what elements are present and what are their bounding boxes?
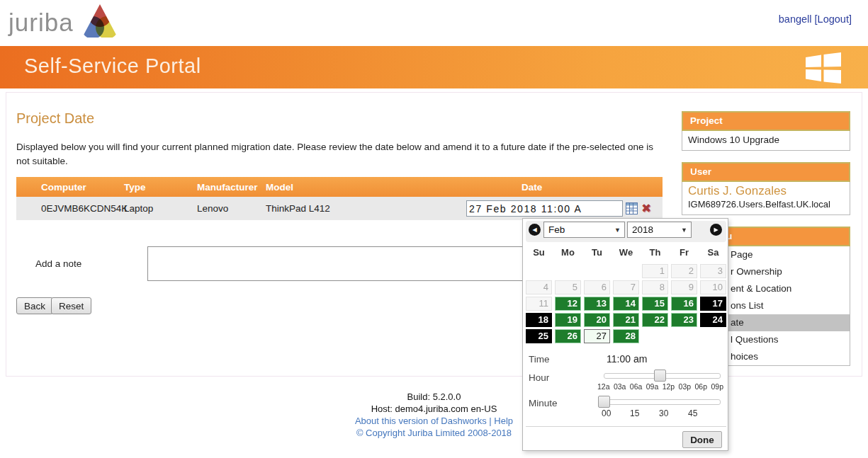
calendar-day-23[interactable]: 23 — [671, 313, 697, 327]
account-area: bangell [Logout] — [779, 13, 852, 25]
calendar-day-13[interactable]: 13 — [584, 297, 610, 311]
weekday-label: We — [613, 247, 639, 258]
footer-separator: | — [489, 416, 491, 426]
hour-tick-label: 09p — [711, 382, 723, 391]
calendar-day-empty — [642, 329, 668, 343]
calendar-day-15[interactable]: 15 — [642, 297, 668, 311]
calendar-day-27[interactable]: 27 — [584, 329, 610, 343]
calendar-day-19[interactable]: 19 — [555, 313, 581, 327]
migration-date-input[interactable] — [466, 200, 623, 217]
minute-tick-label: 30 — [659, 408, 668, 418]
month-select-value: Feb — [548, 224, 565, 235]
calendar-day-28[interactable]: 28 — [613, 329, 639, 343]
page-title: Project Date — [16, 110, 94, 127]
minute-tick-labels: 00153045 — [598, 408, 721, 418]
chevron-down-icon: ▼ — [681, 227, 687, 234]
chevron-down-icon: ▼ — [614, 227, 621, 234]
done-button[interactable]: Done — [682, 431, 722, 448]
calendar-day-empty — [584, 264, 610, 278]
page-description: Displayed below you will find your curre… — [16, 140, 663, 168]
juriba-logo-text: juriba — [9, 8, 74, 37]
portal-banner: Self-Service Portal — [0, 46, 868, 88]
calendar-day-7: 7 — [613, 280, 639, 294]
calendar-week-row: 123 — [526, 264, 726, 280]
col-manufacturer: Manufacturer — [197, 182, 266, 193]
calendar-day-18: 18 — [526, 313, 552, 327]
windows-logo-icon — [806, 52, 841, 86]
portal-banner-title: Self-Service Portal — [24, 55, 201, 78]
col-date: Date — [466, 182, 663, 193]
calendar-day-8: 8 — [642, 280, 668, 294]
calendar-day-3: 3 — [700, 264, 726, 278]
about-version-link[interactable]: About this version of Dashworks — [355, 416, 487, 426]
manufacturer-cell: Lenovo — [197, 203, 266, 214]
project-panel-header: Project — [682, 111, 850, 131]
hour-tick-label: 03p — [679, 382, 692, 391]
calendar-day-empty — [526, 264, 552, 278]
weekday-row: Su Mo Tu We Th Fr Sa — [526, 247, 726, 258]
calendar-day-12[interactable]: 12 — [555, 297, 581, 311]
calendar-grid: 1234567891011121314151617181920212223242… — [526, 264, 726, 345]
hour-slider-handle[interactable] — [654, 370, 666, 382]
type-cell: Laptop — [124, 203, 197, 214]
logout-link[interactable]: [Logout] — [815, 13, 852, 25]
calendar-icon[interactable] — [626, 202, 638, 214]
user-display-name: Curtis J. Gonzales — [682, 182, 850, 198]
calendar-week-row: 45678910 — [526, 280, 726, 297]
calendar-day-22[interactable]: 22 — [642, 313, 668, 327]
calendar-day-9: 9 — [671, 280, 697, 294]
calendar-day-26[interactable]: 26 — [555, 329, 581, 343]
year-select[interactable]: 2018 ▼ — [627, 222, 692, 238]
calendar-day-24: 24 — [700, 313, 726, 327]
weekday-label: Mo — [555, 247, 581, 258]
time-label: Time — [529, 354, 550, 365]
calendar-day-14[interactable]: 14 — [613, 297, 639, 311]
calendar-day-16[interactable]: 16 — [671, 297, 697, 311]
minute-tick-label: 15 — [630, 408, 639, 418]
calendar-day-21[interactable]: 21 — [613, 313, 639, 327]
calendar-day-empty — [700, 329, 726, 343]
model-cell: ThinkPad L412 — [266, 203, 466, 214]
minute-slider-track[interactable] — [598, 399, 721, 405]
col-model: Model — [266, 182, 466, 193]
calendar-day-20[interactable]: 20 — [584, 313, 610, 327]
calendar-week-row: 11121314151617 — [526, 297, 726, 313]
calendar-day-11: 11 — [526, 297, 552, 311]
hour-tick-label: 09a — [646, 382, 659, 391]
project-panel-value: Windows 10 Upgrade — [682, 131, 850, 151]
hour-tick-label: 12p — [663, 382, 675, 391]
hour-label: Hour — [529, 372, 549, 383]
user-panel-header: User — [682, 162, 850, 182]
calendar-day-10: 10 — [700, 280, 726, 294]
reset-button[interactable]: Reset — [51, 297, 91, 314]
computer-name-cell: 0EJVMB6KCDN54K — [16, 203, 124, 214]
minute-tick-label: 45 — [688, 408, 697, 418]
calendar-day-empty — [613, 264, 639, 278]
weekday-label: Sa — [700, 247, 726, 258]
date-cell: ✖ — [466, 200, 663, 217]
calendar-day-4: 4 — [526, 280, 552, 294]
calendar-day-25: 25 — [526, 329, 552, 343]
minute-tick-label: 00 — [602, 408, 611, 418]
hour-tick-label: 03a — [614, 382, 626, 391]
calendar-day-17: 17 — [700, 297, 726, 311]
month-select[interactable]: Feb ▼ — [543, 222, 625, 238]
weekday-label: Su — [526, 247, 552, 258]
logged-in-user: bangell — [779, 13, 812, 25]
minute-slider-handle[interactable] — [598, 396, 610, 408]
calendar-day-empty — [555, 264, 581, 278]
col-type: Type — [124, 182, 197, 193]
hour-tick-label: 06a — [630, 382, 643, 391]
previous-month-button[interactable]: ◀ — [529, 224, 541, 236]
clear-date-icon[interactable]: ✖ — [641, 202, 651, 214]
weekday-label: Fr — [671, 247, 697, 258]
datepicker-popup: ◀ Feb ▼ 2018 ▼ ▶ Su Mo Tu We Th Fr Sa 12… — [522, 218, 728, 451]
juriba-logo-icon — [81, 3, 119, 42]
back-button[interactable]: Back — [16, 297, 53, 314]
next-month-button[interactable]: ▶ — [710, 224, 722, 236]
note-label: Add a note — [35, 258, 81, 269]
calendar-week-row: 18192021222324 — [526, 313, 726, 329]
calendar-week-row: 25262728 — [526, 329, 726, 345]
user-account-path: IGM689726.Users.Belfast.UK.local — [682, 198, 850, 210]
help-link[interactable]: Help — [494, 416, 513, 426]
